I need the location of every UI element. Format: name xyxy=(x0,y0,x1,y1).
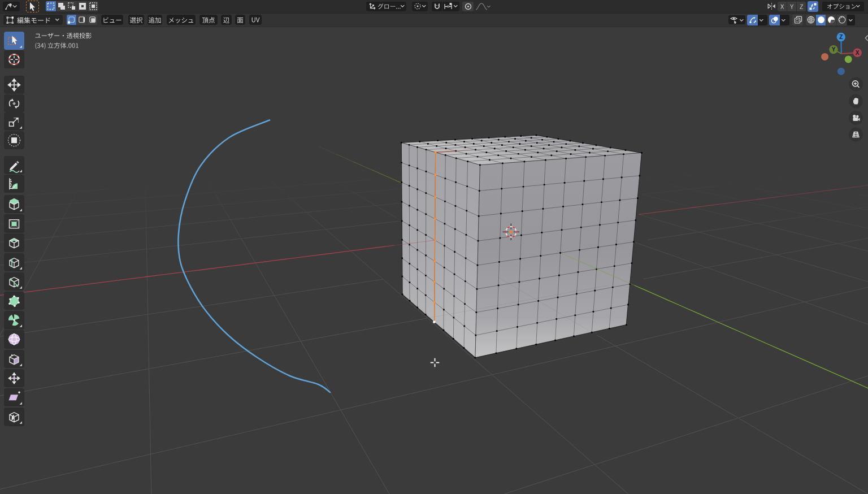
svg-text:Z: Z xyxy=(839,34,843,40)
svg-text:Y: Y xyxy=(832,46,836,53)
svg-text:X: X xyxy=(856,50,860,56)
